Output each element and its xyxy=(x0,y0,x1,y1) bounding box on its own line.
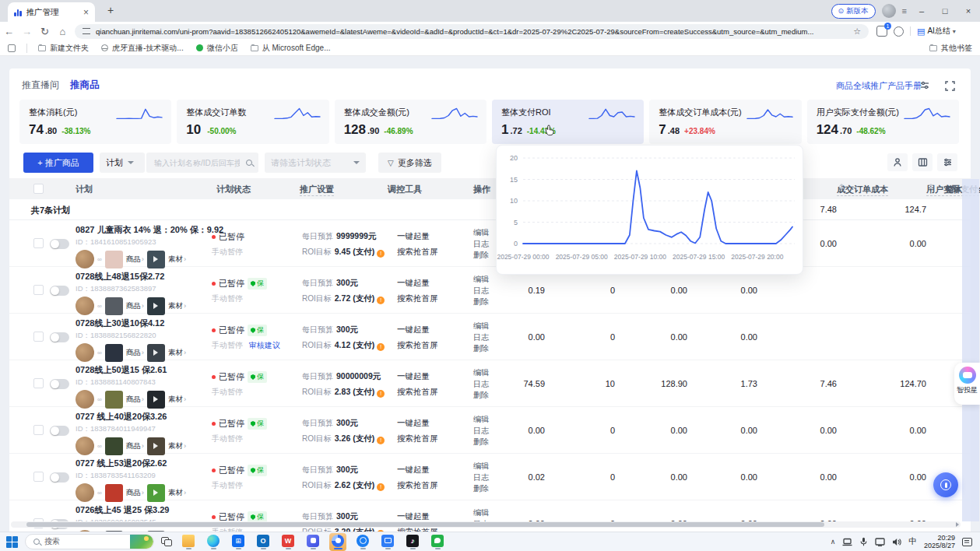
row-checkbox[interactable] xyxy=(33,238,44,248)
column-header-tools[interactable]: 调控工具 xyxy=(388,184,422,195)
tool-search-topview[interactable]: 搜索抢首屏 xyxy=(397,480,459,491)
column-header-status[interactable]: 计划状态 xyxy=(216,184,251,195)
warning-icon[interactable] xyxy=(377,297,385,304)
stat-card[interactable]: 整体成交订单数 10 -50.00% xyxy=(177,100,328,144)
tab-live-room[interactable]: 推直播间 xyxy=(22,79,59,92)
row-checkbox[interactable] xyxy=(33,472,44,482)
notification-icon[interactable] xyxy=(962,538,972,546)
taskbar-app[interactable] xyxy=(404,533,421,551)
plan-title[interactable]: 0727 线上40退20保3.26 xyxy=(76,411,220,423)
row-enable-toggle[interactable] xyxy=(50,426,69,436)
row-checkbox[interactable] xyxy=(33,425,44,435)
taskbar-app[interactable] xyxy=(255,533,272,551)
row-enable-toggle[interactable] xyxy=(50,239,69,249)
material-thumbnail[interactable] xyxy=(147,344,165,362)
tool-onekey-boost[interactable]: 一键起量 xyxy=(397,465,459,476)
plan-title[interactable]: 0827 儿童雨衣 14% 退：20% 保：9.92 xyxy=(76,224,220,236)
search-icon[interactable] xyxy=(246,160,252,166)
row-enable-toggle[interactable] xyxy=(50,286,69,296)
reload-icon[interactable]: ↻ xyxy=(36,26,54,37)
plan-title[interactable]: 0727 线上53退20保2.62 xyxy=(76,458,220,469)
row-checkbox[interactable] xyxy=(33,332,44,342)
taskbar-app[interactable] xyxy=(230,533,247,551)
bookmark-item[interactable]: 微信小店 xyxy=(196,43,238,54)
row-checkbox[interactable] xyxy=(33,285,44,295)
new-version-badge[interactable]: ⊙新版本 xyxy=(831,4,876,19)
taskbar-app[interactable] xyxy=(379,533,396,551)
plan-search-input[interactable] xyxy=(153,158,241,168)
extension-icon[interactable] xyxy=(894,26,904,37)
scrollbar-arrow-right-icon[interactable] xyxy=(956,522,959,527)
tool-search-topview[interactable]: 搜索抢首屏 xyxy=(397,340,459,351)
other-bookmarks[interactable]: 其他书签 xyxy=(929,43,972,54)
taskbar-app[interactable] xyxy=(180,533,197,551)
new-tab-button[interactable]: + xyxy=(103,4,118,16)
stat-card[interactable]: 整体消耗(元) 74 .80 -38.13% xyxy=(19,100,171,144)
material-thumbnail[interactable] xyxy=(147,484,165,502)
bookmark-star-icon[interactable]: ☆ xyxy=(853,26,861,37)
browser-menu-icon[interactable]: ≡ xyxy=(902,6,907,16)
side-panel-icon[interactable] xyxy=(8,44,16,52)
warning-icon[interactable] xyxy=(377,483,385,491)
warning-icon[interactable] xyxy=(377,250,385,258)
material-link[interactable]: 素材› xyxy=(168,395,186,405)
plan-type-select[interactable]: 计划 xyxy=(100,153,145,173)
stat-card[interactable]: 用户实际支付金额(元) 124 .70 -48.62% xyxy=(807,100,959,144)
sort-icon[interactable] xyxy=(839,184,844,189)
layout-settings-icon[interactable] xyxy=(917,78,933,93)
taskbar-app[interactable] xyxy=(354,533,371,551)
tool-onekey-boost[interactable]: 一键起量 xyxy=(397,231,459,242)
task-view-button[interactable] xyxy=(161,537,173,547)
tool-onekey-boost[interactable]: 一键起量 xyxy=(397,278,459,289)
product-thumbnail[interactable] xyxy=(105,484,123,502)
assistant-widget[interactable]: 智投星 xyxy=(954,363,980,405)
product-thumbnail[interactable] xyxy=(105,437,123,455)
product-manual-link[interactable]: 商品全域推广产品手册 xyxy=(836,80,922,92)
tab-promote-goods[interactable]: 推商品 xyxy=(70,79,100,92)
plan-title[interactable]: 0726线上45 退25 保3.29 xyxy=(76,504,220,516)
window-maximize-button[interactable]: □ xyxy=(936,6,954,16)
scrollbar-thumb[interactable] xyxy=(26,522,824,527)
site-settings-icon[interactable] xyxy=(83,28,90,34)
url-bar[interactable]: qianchuan.jinritemai.com/uni-prom?aavid=… xyxy=(75,24,869,39)
bookmark-item[interactable]: 从 Microsoft Edge... xyxy=(251,43,331,54)
tab-close-icon[interactable]: × xyxy=(83,7,89,18)
column-header-overall[interactable]: 整体 xyxy=(945,184,962,195)
product-thumbnail[interactable] xyxy=(105,391,123,409)
stat-card[interactable]: 整体支付ROI 1 .72 -14.43% xyxy=(492,100,644,144)
row-enable-toggle[interactable] xyxy=(50,332,69,342)
select-all-checkbox[interactable] xyxy=(33,184,44,194)
promote-goods-button[interactable]: + 推广商品 xyxy=(23,153,93,173)
product-link[interactable]: 商品› xyxy=(126,301,144,311)
taskbar-search[interactable]: 搜索 xyxy=(25,534,154,549)
tool-search-topview[interactable]: 搜索抢首屏 xyxy=(397,293,459,304)
ime-indicator[interactable]: 中 xyxy=(908,536,917,547)
column-settings-icon[interactable] xyxy=(912,153,933,171)
taskbar-app[interactable] xyxy=(329,533,346,551)
tray-chevron-up-icon[interactable]: ∧ xyxy=(831,538,836,546)
bookmark-item[interactable]: 新建文件夹 xyxy=(38,43,89,54)
fullscreen-icon[interactable] xyxy=(942,78,957,93)
more-filters-button[interactable]: ▽ 更多筛选 xyxy=(378,153,441,173)
stat-card[interactable]: 整体成交订单成本(元) 7 .48 +23.84% xyxy=(649,100,801,144)
taskbar-app[interactable] xyxy=(205,533,222,551)
speaker-icon[interactable] xyxy=(892,538,901,546)
product-link[interactable]: 商品› xyxy=(126,254,144,265)
back-icon[interactable]: ← xyxy=(0,26,18,37)
window-close-button[interactable]: × xyxy=(960,6,977,16)
taskbar-app[interactable] xyxy=(304,533,321,551)
forward-icon[interactable]: → xyxy=(18,26,36,37)
tool-search-topview[interactable]: 搜索抢首屏 xyxy=(397,387,459,398)
warning-icon[interactable] xyxy=(377,437,385,444)
material-thumbnail[interactable] xyxy=(147,391,165,409)
plan-title[interactable]: 0728线上50退15 保2.61 xyxy=(76,364,220,376)
column-header-plan[interactable]: 计划 xyxy=(76,184,93,195)
material-link[interactable]: 素材› xyxy=(168,254,186,265)
product-thumbnail[interactable] xyxy=(105,344,123,362)
row-enable-toggle[interactable] xyxy=(50,379,69,389)
warning-icon[interactable] xyxy=(377,390,385,398)
row-checkbox[interactable] xyxy=(33,378,44,388)
taskbar-clock[interactable]: 20:29 2025/8/27 xyxy=(924,534,955,550)
tool-search-topview[interactable]: 搜索抢首屏 xyxy=(397,433,459,444)
table-settings-icon[interactable] xyxy=(937,153,957,171)
